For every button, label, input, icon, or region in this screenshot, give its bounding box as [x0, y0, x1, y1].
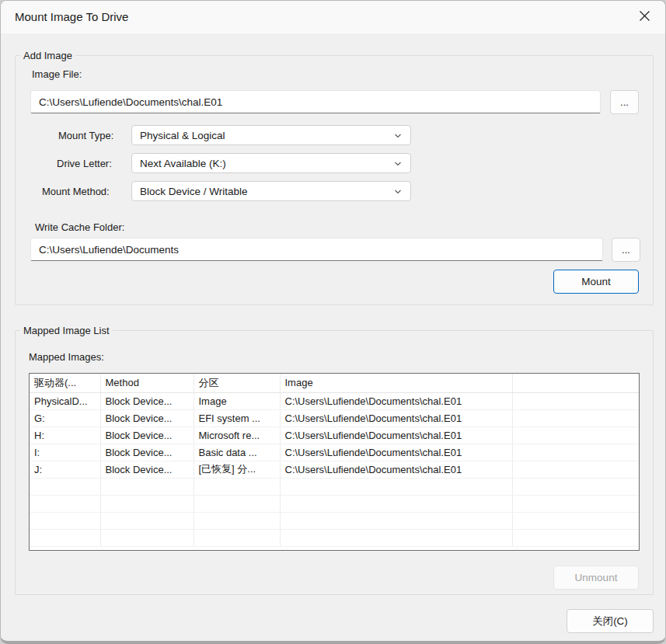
cell-blank[interactable] — [512, 426, 639, 444]
table-empty-row — [30, 529, 639, 546]
mount-image-dialog: Mount Image To Drive Add Image Image Fil… — [0, 0, 666, 644]
unmount-button[interactable]: Unmount — [553, 566, 639, 590]
table-row[interactable]: I: Block Device... Basic data ... C:\Use… — [30, 444, 639, 461]
column-header-image[interactable]: Image — [280, 374, 512, 392]
chevron-down-icon — [393, 159, 403, 171]
drive-letter-value: Next Available (K:) — [140, 158, 226, 169]
mount-method-select[interactable]: Block Device / Writable — [131, 181, 411, 201]
cell-partition[interactable]: Basic data ... — [194, 444, 280, 461]
titlebar: Mount Image To Drive — [1, 1, 665, 33]
mount-type-label: Mount Type: — [58, 130, 113, 141]
chevron-down-icon — [393, 187, 403, 199]
mount-type-value: Physical & Logical — [140, 130, 225, 141]
table-row[interactable]: J: Block Device... [已恢复] 分... C:\Users\L… — [30, 461, 639, 478]
cell-method[interactable]: Block Device... — [100, 426, 194, 444]
drive-letter-label: Drive Letter: — [57, 158, 112, 169]
column-header-drive[interactable]: 驱动器(... — [30, 374, 100, 392]
window-title: Mount Image To Drive — [15, 10, 128, 23]
add-image-group-label: Add Image — [20, 49, 75, 62]
cell-partition[interactable]: [已恢复] 分... — [194, 461, 280, 478]
cell-image[interactable]: C:\Users\Lufiende\Documents\chal.E01 — [280, 426, 512, 444]
cell-partition[interactable]: Image — [194, 392, 280, 409]
cell-image[interactable]: C:\Users\Lufiende\Documents\chal.E01 — [280, 409, 512, 426]
column-header-blank[interactable] — [512, 374, 639, 392]
mapped-images-label: Mapped Images: — [29, 351, 104, 363]
table-empty-row — [30, 512, 639, 529]
cell-blank[interactable] — [512, 409, 639, 426]
column-header-partition[interactable]: 分区 — [194, 374, 280, 392]
cell-blank[interactable] — [512, 392, 639, 409]
mapped-images-table[interactable]: 驱动器(... Method 分区 Image PhysicalD... Blo… — [29, 373, 640, 551]
cell-partition[interactable]: Microsoft re... — [194, 426, 280, 444]
cell-image[interactable]: C:\Users\Lufiende\Documents\chal.E01 — [280, 392, 512, 409]
drive-letter-select[interactable]: Next Available (K:) — [131, 153, 411, 173]
image-file-input[interactable] — [30, 90, 601, 113]
table-row[interactable]: G: Block Device... EFI system ... C:\Use… — [30, 409, 639, 426]
mapped-image-list-group-label: Mapped Image List — [20, 324, 113, 337]
close-icon — [639, 10, 650, 25]
close-button[interactable] — [629, 5, 659, 29]
chevron-down-icon — [393, 131, 403, 143]
cell-method[interactable]: Block Device... — [100, 461, 194, 478]
cell-blank[interactable] — [512, 461, 639, 478]
write-cache-input[interactable] — [30, 238, 603, 261]
image-file-label: Image File: — [32, 68, 82, 80]
cell-blank[interactable] — [512, 444, 639, 461]
mount-type-select[interactable]: Physical & Logical — [131, 125, 411, 145]
table-header-row: 驱动器(... Method 分区 Image — [30, 374, 639, 392]
dialog-close-button[interactable]: 关闭(C) — [567, 609, 654, 633]
table-empty-row — [30, 495, 639, 512]
cell-method[interactable]: Block Device... — [100, 392, 194, 409]
mount-method-value: Block Device / Writable — [140, 186, 248, 197]
write-cache-browse-button[interactable]: ... — [612, 238, 640, 262]
cell-drive[interactable]: PhysicalD... — [30, 392, 100, 409]
cell-image[interactable]: C:\Users\Lufiende\Documents\chal.E01 — [280, 461, 512, 478]
table-empty-row — [30, 478, 639, 495]
write-cache-label: Write Cache Folder: — [35, 221, 124, 233]
mount-button[interactable]: Mount — [553, 270, 639, 294]
cell-drive[interactable]: I: — [30, 444, 100, 461]
cell-partition[interactable]: EFI system ... — [194, 409, 280, 426]
cell-method[interactable]: Block Device... — [100, 444, 194, 461]
table-row[interactable]: PhysicalD... Block Device... Image C:\Us… — [30, 392, 639, 409]
cell-drive[interactable]: H: — [30, 426, 100, 444]
table-row[interactable]: H: Block Device... Microsoft re... C:\Us… — [30, 426, 639, 444]
image-file-browse-button[interactable]: ... — [610, 90, 639, 114]
cell-drive[interactable]: G: — [30, 409, 100, 426]
cell-image[interactable]: C:\Users\Lufiende\Documents\chal.E01 — [280, 444, 512, 461]
column-header-method[interactable]: Method — [100, 374, 194, 392]
mount-method-label: Mount Method: — [42, 186, 110, 197]
cell-method[interactable]: Block Device... — [100, 409, 194, 426]
cell-drive[interactable]: J: — [30, 461, 100, 478]
